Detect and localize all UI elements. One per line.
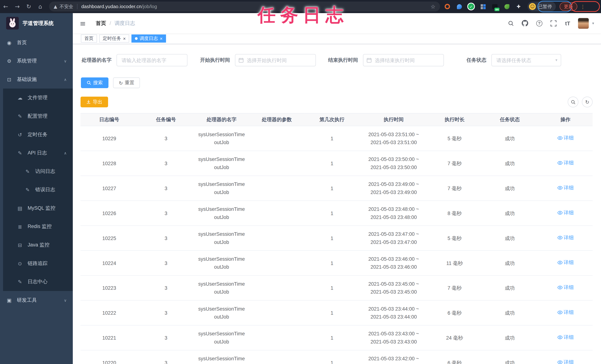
font-size-icon[interactable]: tT	[564, 20, 571, 27]
cell-execute-index: 1	[304, 176, 360, 201]
sidebar-item-5[interactable]: ↺定时任务	[3, 125, 73, 144]
sidebar-item-10[interactable]: ≣Redis 监控	[3, 217, 73, 236]
sidebar-item-6[interactable]: ✎API 日志∧	[3, 144, 73, 162]
back-icon[interactable]: ←	[0, 3, 11, 10]
end-time-input[interactable]	[363, 54, 444, 66]
detail-link[interactable]: 详细	[557, 184, 574, 192]
forward-icon[interactable]: →	[11, 3, 23, 10]
cell-duration: 7 毫秒	[428, 275, 481, 300]
dark-switch-extension-icon[interactable]: on	[491, 3, 498, 10]
sidebar-item-label: 链路追踪	[28, 260, 48, 267]
handler-name-text: sysUserSessionTimeoutJob	[197, 230, 246, 246]
cell-execute-index: 1	[304, 300, 360, 325]
close-tab-icon[interactable]: ×	[160, 36, 163, 41]
cell-status: 成功	[481, 126, 538, 151]
sidebar-item-4[interactable]: ✎配置管理	[3, 107, 73, 125]
cell-log-id: 10226	[80, 201, 138, 226]
sidebar-item-7[interactable]: ✎访问日志	[3, 162, 73, 181]
sidebar-item-label: 访问日志	[35, 168, 55, 175]
job-status-select[interactable]	[491, 54, 561, 66]
cell-status: 成功	[481, 151, 538, 176]
sidebar-item-13[interactable]: ✎日志中心	[3, 273, 73, 291]
sidebar-item-label: 日志中心	[28, 278, 48, 285]
sidebar-item-1[interactable]: ⚙系统管理∨	[0, 52, 73, 70]
column-header: 任务状态	[481, 113, 538, 126]
cell-execute-time: 2021-05-03 23:51:00 ~2021-05-03 23:51:00	[360, 126, 428, 151]
refresh-table-button[interactable]: ↻	[582, 97, 592, 107]
tab-1[interactable]: 定时任务×	[99, 35, 129, 43]
tab-0[interactable]: 首页	[81, 35, 97, 43]
sidebar-item-label: Redis 监控	[28, 223, 51, 230]
sidebar-item-9[interactable]: ▤MySQL 监控	[3, 199, 73, 217]
app-title: 芋道管理系统	[22, 20, 54, 27]
toggle-search-button[interactable]	[568, 97, 579, 107]
detail-link[interactable]: 详细	[557, 259, 574, 267]
reload-icon[interactable]: ↻	[23, 3, 34, 10]
detail-link[interactable]: 详细	[557, 358, 574, 364]
edit-icon: ✎	[25, 169, 31, 174]
green-check-extension-icon[interactable]: ✓	[468, 3, 474, 10]
cell-log-id: 10228	[80, 151, 138, 176]
search-icon[interactable]	[507, 20, 515, 27]
url-bar[interactable]: ▲ 不安全 dashboard.yudao.iocoder.cn /job/lo…	[49, 1, 440, 11]
home-icon[interactable]: ⌂	[35, 3, 46, 10]
detail-link[interactable]: 详细	[557, 283, 574, 292]
tab-2[interactable]: 调度日志×	[131, 35, 166, 43]
cell-action: 详细	[538, 350, 593, 364]
close-tab-icon[interactable]: ×	[123, 36, 126, 41]
hamburger-icon[interactable]: ≡	[80, 19, 86, 28]
handler-name-text: sysUserSessionTimeoutJob	[197, 130, 246, 146]
detail-link[interactable]: 详细	[557, 209, 574, 217]
cell-execute-time: 2021-05-03 23:45:00 ~2021-05-03 23:45:00	[360, 275, 428, 300]
cell-execute-index: 1	[304, 275, 360, 300]
cell-action: 详细	[538, 251, 593, 275]
detail-link[interactable]: 详细	[557, 333, 574, 341]
sidebar-item-3[interactable]: ☁文件管理	[3, 89, 73, 107]
detail-link[interactable]: 详细	[557, 134, 574, 142]
export-button[interactable]: 导出	[80, 97, 108, 107]
sidebar-item-8[interactable]: ✎错误日志	[3, 181, 73, 199]
handler-name-input[interactable]	[117, 54, 188, 66]
column-header: 日志编号	[80, 113, 138, 126]
tab-label: 调度日志	[140, 35, 158, 42]
logo[interactable]: 芋道管理系统	[0, 13, 73, 33]
sidebar-item-2[interactable]: ⊡基础设施∧	[0, 70, 73, 89]
caret-down-icon[interactable]: ▾	[592, 21, 594, 25]
github-icon[interactable]	[521, 20, 529, 27]
cell-action: 详细	[538, 300, 593, 325]
sidebar-item-0[interactable]: ◉首页	[0, 33, 73, 52]
cell-duration: 5 毫秒	[428, 226, 481, 251]
sidebar-item-12[interactable]: ⊙链路追踪	[3, 254, 73, 273]
detail-link[interactable]: 详细	[557, 233, 574, 242]
bookmark-star-icon[interactable]: ☆	[431, 3, 435, 10]
browser-menu-icon[interactable]: ⋮	[580, 4, 585, 10]
table-row: 102243sysUserSessionTimeoutJob12021-05-0…	[80, 251, 593, 275]
execute-time-end: 2021-05-03 23:48:00	[361, 213, 426, 221]
cell-action: 详细	[538, 151, 593, 176]
timer-icon: ↺	[17, 132, 23, 137]
fullscreen-icon[interactable]	[550, 20, 557, 27]
cell-execute-index: 1	[304, 251, 360, 275]
start-time-input[interactable]	[235, 54, 316, 66]
breadcrumb-home[interactable]: 首页	[96, 20, 106, 27]
cell-execute-time: 2021-05-03 23:48:00 ~2021-05-03 23:48:00	[360, 201, 428, 226]
reset-button[interactable]: ↻ 重置	[113, 77, 140, 88]
help-icon[interactable]: ?	[535, 20, 543, 27]
cell-handler-param	[249, 300, 304, 325]
green-leaf-extension-icon[interactable]	[503, 3, 510, 10]
detail-link[interactable]: 详细	[557, 308, 574, 316]
cell-duration: 6 毫秒	[428, 350, 481, 364]
detail-link-label: 详细	[564, 259, 574, 267]
detail-link[interactable]: 详细	[557, 159, 574, 167]
sidebar-item-label: Java 监控	[28, 242, 49, 248]
browser-update-button[interactable]: 更新	[560, 2, 577, 11]
browser-profile-chip[interactable]: ☺ 已暂停	[528, 1, 556, 11]
puzzle-extension-icon[interactable]: ✚	[515, 3, 522, 10]
orange-ring-extension-icon[interactable]	[444, 3, 451, 10]
sidebar-item-11[interactable]: ⊟Java 监控	[3, 236, 73, 254]
avatar[interactable]	[578, 18, 589, 29]
search-button[interactable]: 搜索	[81, 77, 109, 88]
blue-pin-extension-icon[interactable]	[456, 3, 463, 10]
grid-extension-icon[interactable]	[480, 3, 486, 10]
sidebar-item-14[interactable]: ▣研发工具∨	[0, 291, 73, 310]
